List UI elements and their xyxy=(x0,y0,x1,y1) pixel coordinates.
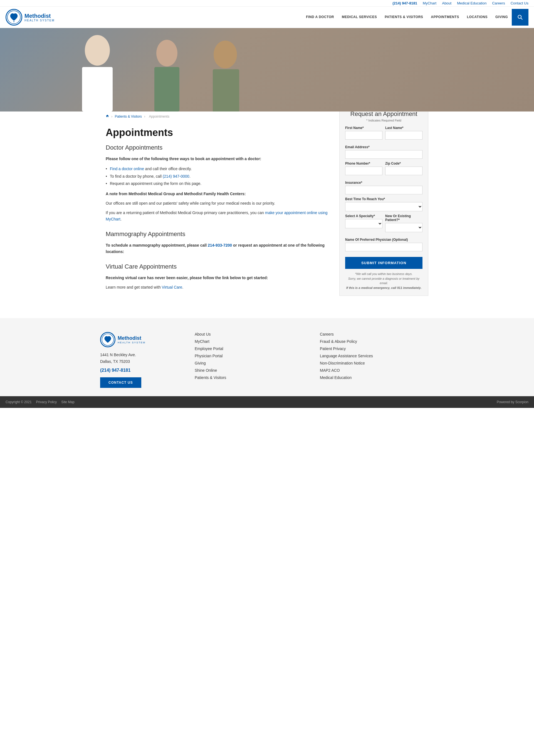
doctor-intro-text: Please follow one of the following three… xyxy=(106,156,261,161)
zip-group: Zip Code* xyxy=(385,162,422,175)
footer-links-col1: About Us MyChart Employee Portal Physici… xyxy=(195,332,309,388)
footer-link-about: About Us xyxy=(195,332,309,337)
specialty-group: Select A Specialty* xyxy=(345,214,382,232)
topbar-mychart[interactable]: MyChart xyxy=(423,1,436,5)
phone-link[interactable]: (214) 947-0000 xyxy=(163,174,189,178)
bullet-3: Request an appointment using the form on… xyxy=(106,180,328,187)
footer-link-mychart: MyChart xyxy=(195,339,309,344)
virtual-care-link[interactable]: Virtual Care xyxy=(162,285,183,289)
hero-image xyxy=(0,28,534,112)
best-time-select[interactable]: Morning Afternoon Evening xyxy=(345,202,422,211)
first-name-input[interactable] xyxy=(345,131,382,140)
breadcrumb-current: Appointments xyxy=(149,115,169,119)
virtual-text2: Learn more and get started with Virtual … xyxy=(106,284,328,290)
main-nav: Find a Doctor Medical Services Patients … xyxy=(302,10,512,25)
phone-label: Phone Number* xyxy=(345,162,382,165)
footer-logo: Methodist HEALTH SYSTEM xyxy=(100,332,183,347)
nav-find-doctor[interactable]: Find a Doctor xyxy=(302,10,338,25)
header: M Methodist HEALTH SYSTEM Find a Doctor … xyxy=(0,7,534,28)
specialty-label: Select A Specialty* xyxy=(345,214,382,218)
powered-by: Powered by Scorpion xyxy=(497,400,528,404)
footer-link-map2aco: MAP2 ACO xyxy=(320,368,434,373)
breadcrumb-home[interactable] xyxy=(106,115,110,119)
svg-rect-7 xyxy=(155,67,180,112)
nav-patients[interactable]: Patients & Visitors xyxy=(381,10,427,25)
insurance-group: Insurance* xyxy=(345,181,422,194)
specialty-select[interactable] xyxy=(345,219,382,228)
content-left: Appointments Doctor Appointments Please … xyxy=(106,127,328,294)
note-body: Our offices are still open and our patie… xyxy=(106,200,328,206)
topbar-careers[interactable]: Careers xyxy=(492,1,505,5)
mychart-text1: If you are a returning patient of Method… xyxy=(106,210,265,215)
form-disclaimer: *We will call you within two business da… xyxy=(345,272,422,290)
breadcrumb-patients[interactable]: Patients & Visitors xyxy=(115,115,142,119)
virtual-heading: Virtual Care Appointments xyxy=(106,263,328,270)
best-time-group: Best Time To Reach You* Morning Afternoo… xyxy=(345,197,422,211)
footer-link-medical-edu: Medical Education xyxy=(320,375,434,380)
bullet-1: Find a doctor online and call their offi… xyxy=(106,165,328,173)
footer-link-nondiscrimination: Non-Discrimination Notice xyxy=(320,361,434,365)
top-bar: (214) 947-8181 MyChart About Medical Edu… xyxy=(0,0,534,7)
footer-address: 1441 N Beckley Ave. Dallas, TX 75203 xyxy=(100,352,183,365)
topbar-contact[interactable]: Contact Us xyxy=(511,1,528,5)
logo-text: Methodist HEALTH SYSTEM xyxy=(24,13,55,22)
svg-text:M: M xyxy=(14,21,14,22)
phone-group: Phone Number* xyxy=(345,162,382,175)
footer-brand: Methodist HEALTH SYSTEM 1441 N Beckley A… xyxy=(100,332,183,388)
nav-locations[interactable]: Locations xyxy=(463,10,492,25)
logo-icon: M xyxy=(6,9,22,26)
phone-input[interactable] xyxy=(345,167,382,175)
doctor-intro: Please follow one of the following three… xyxy=(106,156,328,162)
search-button[interactable] xyxy=(512,9,528,26)
patient-type-group: New Or Existing Patient?* New Existing xyxy=(385,214,422,232)
nav-medical-services[interactable]: Medical Services xyxy=(338,10,381,25)
bullet-2: To find a doctor by phone, call (214) 94… xyxy=(106,173,328,180)
footer-contact-button[interactable]: CONTACT US xyxy=(100,377,141,388)
last-name-input[interactable] xyxy=(385,131,422,140)
footer-links-list2: Careers Fraud & Abuse Policy Patient Pri… xyxy=(320,332,434,380)
sitemap-link[interactable]: Site Map xyxy=(61,400,74,404)
first-name-group: First Name* xyxy=(345,126,382,140)
breadcrumb-sep2: › xyxy=(144,115,146,119)
physician-input[interactable] xyxy=(345,243,422,251)
svg-point-2 xyxy=(518,15,521,19)
footer: Methodist HEALTH SYSTEM 1441 N Beckley A… xyxy=(0,318,534,396)
submit-button[interactable]: SUBMIT INFORMATION xyxy=(345,257,422,269)
note-heading: A note from Methodist Medical Group and … xyxy=(106,192,246,196)
copyright: Copyright © 2021 xyxy=(6,400,32,404)
footer-link-employee: Employee Portal xyxy=(195,346,309,351)
email-input[interactable] xyxy=(345,150,422,159)
physician-group: Name Of Preferred Physician (Optional) xyxy=(345,238,422,251)
required-note: * Indicates Required Field xyxy=(345,119,422,122)
disclaimer-1: *We will call you within two business da… xyxy=(355,272,412,276)
svg-line-3 xyxy=(521,18,522,19)
footer-link-language: Language Assistance Services xyxy=(320,354,434,358)
nav-giving[interactable]: Giving xyxy=(492,10,512,25)
disclaimer-3: If this is a medical emergency, call 911… xyxy=(346,286,422,289)
find-doctor-link[interactable]: Find a doctor online xyxy=(110,167,144,171)
footer-link-careers: Careers xyxy=(320,332,434,337)
footer-bottom-left: Copyright © 2021 Privacy Policy Site Map xyxy=(6,400,74,404)
privacy-link[interactable]: Privacy Policy xyxy=(36,400,57,404)
first-name-label: First Name* xyxy=(345,126,382,130)
footer-link-giving: Giving xyxy=(195,361,309,365)
breadcrumb-sep1: › xyxy=(111,115,113,119)
physician-label: Name Of Preferred Physician (Optional) xyxy=(345,238,422,242)
zip-label: Zip Code* xyxy=(385,162,422,165)
topbar-medical-education[interactable]: Medical Education xyxy=(457,1,487,5)
email-label: Email Address* xyxy=(345,145,422,149)
logo-link[interactable]: M Methodist HEALTH SYSTEM xyxy=(6,7,55,28)
zip-input[interactable] xyxy=(385,167,422,175)
footer-phone[interactable]: (214) 947-8181 xyxy=(100,368,183,373)
page-title: Appointments xyxy=(106,127,328,139)
insurance-input[interactable] xyxy=(345,186,422,194)
appointment-form: Request an Appointment * Indicates Requi… xyxy=(339,105,428,296)
svg-point-6 xyxy=(156,40,178,67)
virtual-text1: Receiving virtual care has never been ea… xyxy=(106,275,328,281)
topbar-about[interactable]: About xyxy=(442,1,451,5)
mammography-phone[interactable]: 214-933-7200 xyxy=(208,243,232,248)
patient-type-select[interactable]: New Existing xyxy=(385,223,422,232)
disclaimer-2: Sorry, we cannot provide a diagnosis or … xyxy=(348,277,420,285)
nav-appointments[interactable]: Appointments xyxy=(427,10,463,25)
mychart-paragraph: If you are a returning patient of Method… xyxy=(106,210,328,222)
